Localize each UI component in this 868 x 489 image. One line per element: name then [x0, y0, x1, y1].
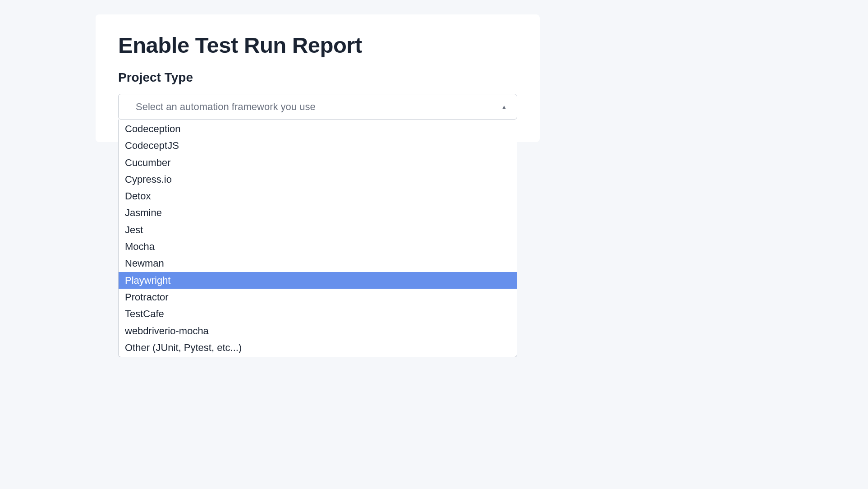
dropdown-item-jasmine[interactable]: Jasmine	[119, 204, 517, 221]
dropdown-item-mocha[interactable]: Mocha	[119, 238, 517, 255]
chevron-up-icon: ▲	[501, 104, 507, 110]
dropdown-item-jest[interactable]: Jest	[119, 221, 517, 238]
dropdown-item-cypress-io[interactable]: Cypress.io	[119, 171, 517, 188]
dropdown-item-other-junit-pytest-etc[interactable]: Other (JUnit, Pytest, etc...)	[119, 339, 517, 357]
dropdown-item-webdriverio-mocha[interactable]: webdriverio-mocha	[119, 323, 517, 339]
enable-test-run-card: Enable Test Run Report Project Type Sele…	[96, 14, 540, 142]
project-type-label: Project Type	[118, 70, 517, 85]
dropdown-item-protractor[interactable]: Protractor	[119, 289, 517, 305]
dropdown-item-playwright[interactable]: Playwright	[119, 272, 517, 289]
framework-select[interactable]: Select an automation framework you use ▲	[118, 94, 517, 120]
dropdown-item-newman[interactable]: Newman	[119, 255, 517, 272]
dropdown-item-detox[interactable]: Detox	[119, 188, 517, 204]
framework-select-wrapper: Select an automation framework you use ▲…	[118, 94, 517, 120]
select-placeholder: Select an automation framework you use	[136, 101, 316, 113]
dropdown-item-codeception[interactable]: Codeception	[119, 120, 517, 137]
page-title: Enable Test Run Report	[118, 32, 517, 58]
framework-dropdown: CodeceptionCodeceptJSCucumberCypress.ioD…	[118, 120, 517, 357]
dropdown-item-codeceptjs[interactable]: CodeceptJS	[119, 137, 517, 154]
dropdown-item-cucumber[interactable]: Cucumber	[119, 154, 517, 171]
dropdown-item-testcafe[interactable]: TestCafe	[119, 305, 517, 322]
